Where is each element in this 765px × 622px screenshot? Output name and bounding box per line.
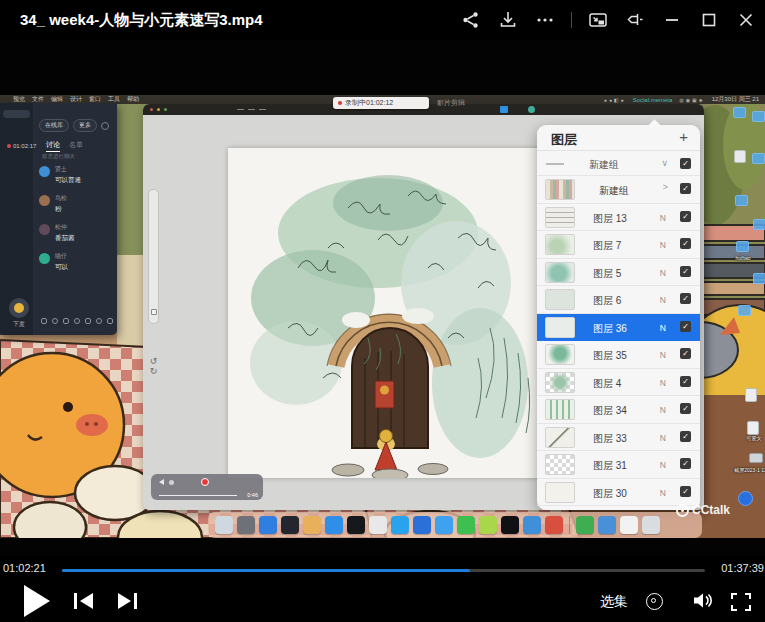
visibility-checkbox: ✓ [680,403,691,414]
dock-icon-qq [501,516,519,534]
recording-dot-icon [7,144,11,148]
visibility-checkbox: ✓ [680,431,691,442]
layer-row: 图层 5N✓ [537,259,700,287]
dock-icon-keynote [413,516,431,534]
layers-panel: 图层 + 新建组∨✓新建组>✓图层 13N✓图层 7N✓图层 5N✓图层 6N✓… [537,125,700,510]
dock-icon-evernote [576,516,594,534]
menubar-app-name: Social.memeta [633,97,673,103]
layer-row: 新建组>✓ [537,176,700,204]
layer-thumbnail [545,344,575,365]
layer-name: 图层 7 [593,239,621,253]
record-gif-icon[interactable] [646,593,663,610]
blend-mode: N [660,268,666,278]
current-time: 01:02:21 [3,562,46,574]
user-avatar [39,166,50,177]
previous-button[interactable] [74,593,93,609]
layer-name: 图层 6 [593,294,621,308]
dock-separator [569,516,570,534]
blend-mode: N [660,350,666,360]
recorder-overlay: 0:46 [151,474,263,500]
window-hint-text: 影片剪辑 [437,98,465,108]
dock-icon-music [545,516,563,534]
duck-avatar-icon [14,303,24,313]
visibility-checkbox: ✓ [680,293,691,304]
total-time: 01:37:39 [721,562,764,574]
layer-thumbnail [545,372,575,393]
message-text: 番茄酱 [55,234,75,243]
dock-icon-telegram [391,516,409,534]
layer-name: 图层 13 [593,212,627,226]
message-body: 喵仔可以 [55,252,68,272]
dock-icon-wechat [457,516,475,534]
episode-list-button[interactable]: 选集 [600,593,628,611]
speaker-icon [159,479,164,485]
fullscreen-icon[interactable] [731,593,751,615]
play-button[interactable] [24,585,50,617]
chat-message: 贤士可以普通 [39,165,115,185]
chat-tabs: 讨论名单 [46,140,83,152]
visibility-checkbox: ✓ [680,321,691,332]
visibility-checkbox: ✓ [680,158,691,169]
volume-icon[interactable] [692,592,713,613]
eraser-tool-icon [259,109,266,111]
chat-app-window: 01:02:17 在线库更多 讨论名单 双击进行聊天 贤士可以普通鸟松粉松仲番茄… [0,103,117,335]
blend-mode: N [660,213,666,223]
dock-icon-finder [215,516,233,534]
chat-message: 鸟松粉 [39,194,115,214]
dock-icon-vm [598,516,616,534]
layer-thumbnail [545,399,575,420]
next-button[interactable] [118,593,137,609]
video-frame[interactable]: 预览文件编辑设计窗口工具帮助 ●●◧● Social.memeta ◍◉▣◈ 1… [0,40,765,556]
dock-icon-stats [523,516,541,534]
illustration [228,148,543,478]
mic-off-label: 下麦 [8,320,30,329]
dock-icon-compass [435,516,453,534]
layer-thumbnail [545,454,575,475]
video-title: 34_ week4-人物与小元素速写3.mp4 [20,0,263,40]
maximize-button[interactable] [698,9,720,31]
emoji-icon [41,318,47,324]
layer-row: 图层 30N✓ [537,479,700,507]
download-icon[interactable] [497,9,519,31]
user-avatar [39,224,50,235]
blend-mode: N [660,240,666,250]
layer-thumbnail [545,427,575,448]
layer-row: 图层 13N✓ [537,204,700,232]
recorder-progress [159,495,237,497]
dock-icon-clock [347,516,365,534]
layer-thumbnail [545,482,575,503]
menubar-status-icons: ●●◧● [604,97,626,103]
layer-thumbnail [545,234,575,255]
chat-hint: 双击进行聊天 [42,153,75,160]
layer-row: 图层 34N✓ [537,396,700,424]
message-sender: 喵仔 [55,252,68,261]
layer-name: 图层 36 [593,322,627,336]
share-icon[interactable] [460,9,482,31]
pip-icon[interactable] [587,9,609,31]
titlebar: 34_ week4-人物与小元素速写3.mp4 [0,0,765,40]
cctalk-logo-icon [676,504,689,517]
layer-thumbnail [545,289,575,310]
share-icon [96,318,102,324]
visibility-checkbox: ✓ [680,238,691,249]
seek-bar[interactable] [62,569,705,572]
blend-mode: N [660,378,666,388]
layer-name: 图层 34 [593,404,627,418]
pin-icon[interactable] [624,9,646,31]
layer-row: 图层 35N✓ [537,341,700,369]
visibility-checkbox: ✓ [680,458,691,469]
color-swatch [528,106,535,113]
chat-message: 喵仔可以 [39,252,115,272]
layer-row: 图层 33N✓ [537,424,700,452]
brush-tool-icon [237,109,244,111]
player-controls: 01:02:21 01:37:39 选集 [0,556,765,622]
message-text: 可以 [55,263,68,272]
menubar-clock: 12月30日 周三 21 [712,95,759,104]
visibility-checkbox: ✓ [680,183,691,194]
more-icon[interactable] [534,9,556,31]
close-button[interactable] [735,9,757,31]
layer-name: 图层 33 [593,432,627,446]
minimize-button[interactable] [661,9,683,31]
layer-row: 图层 36N✓ [537,314,700,342]
record-dot-icon [338,101,342,105]
